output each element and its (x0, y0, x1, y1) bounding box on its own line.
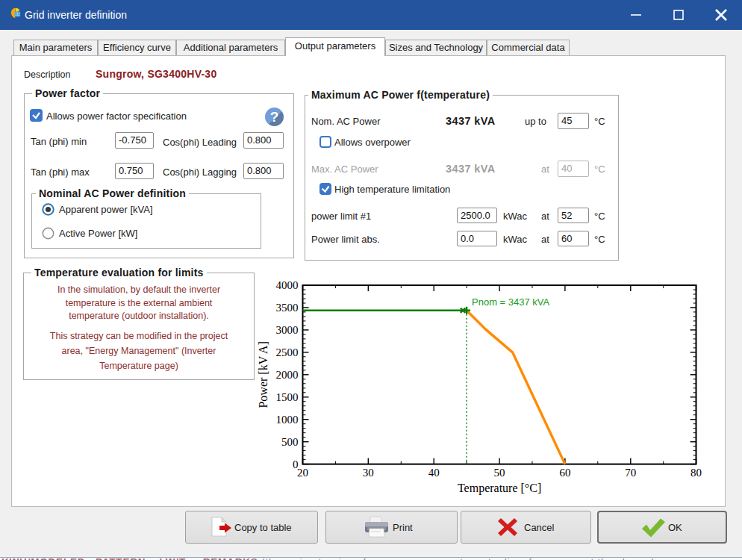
svg-text:1000: 1000 (276, 414, 299, 426)
svg-text:50: 50 (494, 467, 505, 479)
svg-text:80: 80 (690, 467, 702, 479)
svg-text:3000: 3000 (276, 324, 299, 336)
svg-text:60: 60 (559, 467, 570, 479)
svg-text:70: 70 (625, 467, 636, 479)
svg-text:3500: 3500 (276, 302, 299, 314)
svg-text:2000: 2000 (276, 369, 299, 381)
svg-text:500: 500 (281, 436, 299, 448)
svg-text:0: 0 (293, 458, 299, 470)
svg-text:2500: 2500 (276, 346, 299, 358)
svg-text:Pnom = 3437 kVA: Pnom = 3437 kVA (472, 296, 550, 308)
svg-text:Temperature [°C]: Temperature [°C] (458, 482, 541, 495)
svg-text:4000: 4000 (276, 279, 299, 291)
svg-text:Power [kV A]: Power [kV A] (257, 341, 269, 408)
svg-text:1500: 1500 (276, 391, 299, 403)
svg-text:30: 30 (363, 467, 374, 479)
svg-text:20: 20 (297, 467, 308, 479)
svg-text:40: 40 (428, 467, 440, 479)
